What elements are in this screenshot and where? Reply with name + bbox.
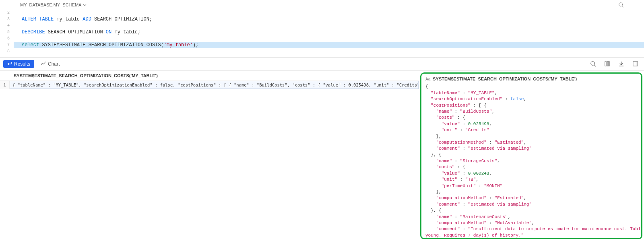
result-cell[interactable]: { "tableName" : "MY_TABLE", "searchOptim… xyxy=(10,81,419,89)
worksheet-context-bar: MY_DATABASE.MY_SCHEMA xyxy=(0,0,644,10)
svg-rect-6 xyxy=(608,62,609,66)
svg-rect-5 xyxy=(607,62,608,66)
panel-toggle-icon[interactable] xyxy=(630,59,641,68)
svg-line-1 xyxy=(622,6,624,8)
database-schema-selector[interactable]: MY_DATABASE.MY_SCHEMA xyxy=(20,2,87,7)
detail-panel: Aa SYSTEM$ESTIMATE_SEARCH_OPTIMIZATION_C… xyxy=(419,71,644,239)
columns-icon[interactable] xyxy=(602,59,613,68)
download-icon[interactable] xyxy=(616,59,627,68)
results-grid: SYSTEM$ESTIMATE_SEARCH_OPTIMIZATION_COST… xyxy=(0,71,419,239)
breadcrumb-label: MY_DATABASE.MY_SCHEMA xyxy=(20,2,81,7)
svg-rect-7 xyxy=(633,62,638,66)
chart-tab[interactable]: Chart xyxy=(37,60,63,68)
svg-rect-4 xyxy=(605,62,606,66)
search-icon[interactable] xyxy=(618,2,624,8)
results-body: SYSTEM$ESTIMATE_SEARCH_OPTIMIZATION_COST… xyxy=(0,70,644,239)
search-results-icon[interactable] xyxy=(588,59,599,68)
svg-point-2 xyxy=(591,62,594,65)
detail-column-name: Aa SYSTEM$ESTIMATE_SEARCH_OPTIMIZATION_C… xyxy=(425,76,637,82)
detail-json[interactable]: { "tableName" : "MY_TABLE", "searchOptim… xyxy=(425,84,637,239)
results-tab-label: Results xyxy=(14,61,30,67)
table-row[interactable]: 1 { "tableName" : "MY_TABLE", "searchOpt… xyxy=(0,81,419,89)
sql-editor[interactable]: 23ALTER TABLE my_table ADD SEARCH OPTIMI… xyxy=(0,10,644,57)
chart-tab-label: Chart xyxy=(48,61,60,67)
detail-highlight-box: Aa SYSTEM$ESTIMATE_SEARCH_OPTIMIZATION_C… xyxy=(420,72,642,239)
svg-line-3 xyxy=(594,65,596,66)
text-type-icon: Aa xyxy=(425,76,430,82)
return-icon xyxy=(7,62,12,66)
column-header[interactable]: SYSTEM$ESTIMATE_SEARCH_OPTIMIZATION_COST… xyxy=(0,71,419,81)
row-number: 1 xyxy=(0,81,10,89)
chevron-down-icon xyxy=(83,3,87,7)
svg-point-0 xyxy=(619,3,623,6)
results-toolbar: Results Chart xyxy=(0,57,644,70)
results-tab[interactable]: Results xyxy=(3,60,34,68)
chart-icon xyxy=(41,61,46,66)
